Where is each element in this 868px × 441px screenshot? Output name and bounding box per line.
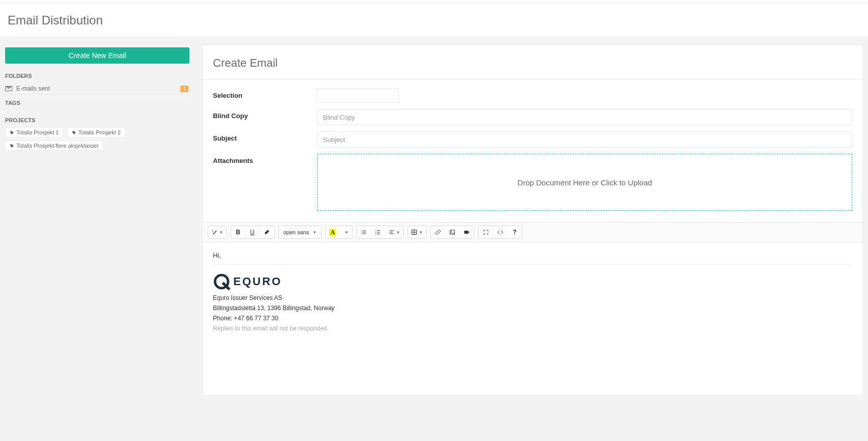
table-icon xyxy=(411,229,417,235)
folders-heading: FOLDERS xyxy=(5,73,189,79)
svg-rect-5 xyxy=(363,234,366,234)
create-new-email-button[interactable]: Create New Email xyxy=(5,47,189,64)
tag-icon xyxy=(10,130,14,135)
svg-rect-13 xyxy=(389,232,392,233)
svg-point-0 xyxy=(361,230,362,231)
svg-point-19 xyxy=(451,231,452,232)
folder-label: E-mails sent xyxy=(16,85,50,92)
subject-input[interactable] xyxy=(317,131,852,148)
codeview-button[interactable] xyxy=(493,226,507,238)
svg-text:3: 3 xyxy=(375,233,376,235)
paragraph-button[interactable]: ▼ xyxy=(386,226,403,238)
underline-button[interactable]: U xyxy=(246,226,260,238)
projects-heading: PROJECTS xyxy=(5,117,189,123)
svg-point-2 xyxy=(361,232,362,233)
separator xyxy=(213,264,852,265)
svg-point-4 xyxy=(361,233,362,234)
svg-rect-20 xyxy=(465,231,468,234)
fullscreen-icon xyxy=(483,229,489,235)
ordered-list-button[interactable]: 123 xyxy=(371,226,386,238)
chevron-down-icon: ▼ xyxy=(313,230,317,235)
link-button[interactable] xyxy=(431,226,445,238)
sidebar: Create New Email FOLDERS E-mails sent 1 … xyxy=(5,45,195,396)
chevron-down-icon: ▼ xyxy=(419,230,423,235)
tag-icon xyxy=(72,130,76,135)
signature-company: Equro Issuer Services AS xyxy=(213,294,852,301)
svg-rect-11 xyxy=(377,234,380,234)
equro-logo-icon xyxy=(213,273,230,290)
font-color-button[interactable]: A xyxy=(326,226,340,238)
blindcopy-input[interactable] xyxy=(317,109,852,125)
svg-rect-3 xyxy=(363,232,366,233)
font-family-button[interactable]: open sans ▼ xyxy=(279,226,321,238)
magic-button[interactable]: ▼ xyxy=(208,226,226,238)
project-tag-label: Totalis Prosjekt 1 xyxy=(16,129,59,135)
svg-rect-7 xyxy=(377,230,380,231)
editor-body[interactable]: Hi, EQURO Equro Issuer Services AS Billi… xyxy=(203,242,862,395)
folder-count-badge: 1 xyxy=(180,86,188,92)
signature-address: Billingstadsletta 13, 1396 Billingstad, … xyxy=(213,305,852,312)
project-tag[interactable]: Totalis Prosjekt flere aksjeklasser xyxy=(5,141,103,151)
chevron-down-icon: ▼ xyxy=(396,230,400,235)
svg-rect-1 xyxy=(363,231,366,231)
svg-rect-12 xyxy=(389,231,394,231)
font-color-more-button[interactable]: ▼ xyxy=(340,226,352,238)
fullscreen-button[interactable] xyxy=(479,226,493,238)
picture-button[interactable] xyxy=(445,226,459,238)
create-email-panel: Create Email Selection Blind Copy Subjec… xyxy=(202,45,863,396)
main-content: Create Email Selection Blind Copy Subjec… xyxy=(202,45,863,396)
panel-title: Create Email xyxy=(213,57,852,70)
chevron-down-icon: ▼ xyxy=(219,230,223,235)
tags-heading: TAGS xyxy=(5,100,189,106)
video-button[interactable] xyxy=(459,226,474,238)
list-ul-icon xyxy=(361,229,367,235)
signature-disclaimer: Replies to this email will not be respon… xyxy=(213,325,852,332)
svg-rect-14 xyxy=(389,234,394,234)
font-color-icon: A xyxy=(329,229,337,236)
svg-rect-9 xyxy=(377,232,380,233)
eraser-icon xyxy=(264,229,270,235)
logo-text: EQURO xyxy=(233,275,282,288)
panel-header: Create Email xyxy=(203,45,862,79)
help-button[interactable]: ? xyxy=(507,226,522,238)
project-tag[interactable]: Totalis Prosjekt 2 xyxy=(67,127,125,137)
code-icon xyxy=(497,229,503,235)
greeting-line: Hi, xyxy=(213,252,852,259)
attachments-dropzone[interactable]: Drop Document Here or Click to Upload xyxy=(317,154,852,211)
tag-icon xyxy=(10,144,14,148)
dropzone-text: Drop Document Here or Click to Upload xyxy=(518,178,652,187)
link-icon xyxy=(435,229,441,235)
chevron-down-icon: ▼ xyxy=(345,230,349,235)
top-strip xyxy=(0,0,868,4)
attachments-label: Attachments xyxy=(213,154,317,164)
page-title: Email Distribution xyxy=(8,13,860,27)
editor-toolbar: ▼ B U open sans ▼ xyxy=(203,223,862,242)
selection-input[interactable] xyxy=(317,89,399,103)
clear-format-button[interactable] xyxy=(260,226,274,238)
email-form: Selection Blind Copy Subject Attachments… xyxy=(203,79,862,222)
video-icon xyxy=(464,229,470,235)
project-tag[interactable]: Totalis Prosjekt 1 xyxy=(5,127,63,137)
bold-button[interactable]: B xyxy=(231,226,246,238)
folder-emails-sent[interactable]: E-mails sent 1 xyxy=(5,83,189,95)
signature-phone: Phone: +47 66 77 37 30 xyxy=(213,315,852,322)
selection-label: Selection xyxy=(213,89,317,99)
font-family-label: open sans xyxy=(283,229,309,235)
image-icon xyxy=(449,229,455,235)
page-header: Email Distribution xyxy=(0,4,868,37)
signature-logo: EQURO xyxy=(213,273,852,290)
svg-rect-22 xyxy=(220,277,224,279)
blindcopy-label: Blind Copy xyxy=(213,109,317,120)
table-button[interactable]: ▼ xyxy=(408,226,426,238)
project-tags: Totalis Prosjekt 1 Totalis Prosjekt 2 To… xyxy=(5,127,189,154)
list-ol-icon: 123 xyxy=(375,229,381,235)
project-tag-label: Totalis Prosjekt 2 xyxy=(78,129,121,135)
envelope-icon xyxy=(5,86,12,91)
magic-wand-icon xyxy=(211,229,218,235)
align-icon xyxy=(389,229,395,235)
subject-label: Subject xyxy=(213,131,317,142)
editor: ▼ B U open sans ▼ xyxy=(203,222,862,395)
unordered-list-button[interactable] xyxy=(357,226,371,238)
project-tag-label: Totalis Prosjekt flere aksjeklasser xyxy=(16,143,99,149)
